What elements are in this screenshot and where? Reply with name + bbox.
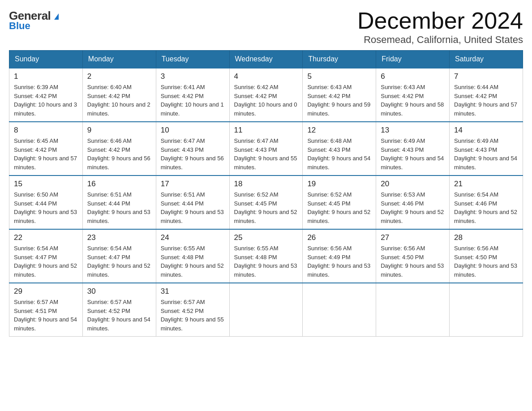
day-number: 16 [87,180,151,188]
day-number: 6 [381,72,445,81]
calendar-day-cell: 21Sunrise: 6:54 AMSunset: 4:46 PMDayligh… [450,176,523,229]
calendar-day-cell: 24Sunrise: 6:55 AMSunset: 4:48 PMDayligh… [156,229,229,283]
calendar-day-cell: 22Sunrise: 6:54 AMSunset: 4:47 PMDayligh… [9,229,83,283]
day-info: Sunrise: 6:53 AMSunset: 4:46 PMDaylight:… [381,190,445,225]
calendar-day-cell: 2Sunrise: 6:40 AMSunset: 4:42 PMDaylight… [82,68,156,122]
col-thursday: Thursday [303,51,376,68]
day-number: 25 [234,233,298,242]
calendar-day-cell: 4Sunrise: 6:42 AMSunset: 4:42 PMDaylight… [229,68,303,122]
calendar-day-cell: 13Sunrise: 6:49 AMSunset: 4:43 PMDayligh… [376,122,450,176]
logo: General Blue [9,9,59,32]
calendar-day-cell: 30Sunrise: 6:57 AMSunset: 4:52 PMDayligh… [82,283,156,337]
day-number: 28 [454,233,518,242]
calendar-day-cell: 31Sunrise: 6:57 AMSunset: 4:52 PMDayligh… [156,283,229,337]
day-number: 10 [161,126,225,135]
calendar-day-cell: 19Sunrise: 6:52 AMSunset: 4:45 PMDayligh… [303,176,376,229]
calendar-day-cell: 9Sunrise: 6:46 AMSunset: 4:42 PMDaylight… [82,122,156,176]
title-block: December 2024 Rosemead, California, Unit… [357,9,523,46]
day-info: Sunrise: 6:51 AMSunset: 4:44 PMDaylight:… [87,190,151,225]
day-number: 5 [307,72,371,81]
col-saturday: Saturday [450,51,523,68]
calendar-day-cell: 17Sunrise: 6:51 AMSunset: 4:44 PMDayligh… [156,176,229,229]
logo-blue-text: Blue [9,20,30,32]
calendar-day-cell: 28Sunrise: 6:56 AMSunset: 4:50 PMDayligh… [450,229,523,283]
calendar-week-row: 22Sunrise: 6:54 AMSunset: 4:47 PMDayligh… [9,229,523,283]
day-number: 21 [454,180,518,188]
day-info: Sunrise: 6:49 AMSunset: 4:43 PMDaylight:… [381,137,445,171]
day-info: Sunrise: 6:57 AMSunset: 4:51 PMDaylight:… [14,298,78,333]
calendar-day-cell: 25Sunrise: 6:55 AMSunset: 4:48 PMDayligh… [229,229,303,283]
day-number: 29 [14,287,78,296]
calendar-day-cell: 12Sunrise: 6:48 AMSunset: 4:43 PMDayligh… [303,122,376,176]
calendar-day-cell: 1Sunrise: 6:39 AMSunset: 4:42 PMDaylight… [9,68,83,122]
day-info: Sunrise: 6:51 AMSunset: 4:44 PMDaylight:… [161,190,225,225]
day-number: 23 [87,233,151,242]
day-info: Sunrise: 6:56 AMSunset: 4:49 PMDaylight:… [307,244,371,279]
col-tuesday: Tuesday [156,51,229,68]
day-number: 22 [14,233,78,242]
calendar-day-cell: 20Sunrise: 6:53 AMSunset: 4:46 PMDayligh… [376,176,450,229]
col-wednesday: Wednesday [229,51,303,68]
day-number: 9 [87,126,151,135]
day-number: 14 [454,126,518,135]
day-info: Sunrise: 6:54 AMSunset: 4:46 PMDaylight:… [454,190,518,225]
empty-cell [303,283,376,337]
day-number: 27 [381,233,445,242]
col-sunday: Sunday [9,51,83,68]
calendar-week-row: 8Sunrise: 6:45 AMSunset: 4:42 PMDaylight… [9,122,523,176]
day-number: 30 [87,287,151,296]
day-info: Sunrise: 6:42 AMSunset: 4:42 PMDaylight:… [234,83,298,118]
day-info: Sunrise: 6:43 AMSunset: 4:42 PMDaylight:… [381,83,445,118]
day-number: 15 [14,180,78,188]
day-number: 3 [161,72,225,81]
calendar-day-cell: 11Sunrise: 6:47 AMSunset: 4:43 PMDayligh… [229,122,303,176]
calendar-day-cell: 3Sunrise: 6:41 AMSunset: 4:42 PMDaylight… [156,68,229,122]
calendar-day-cell: 14Sunrise: 6:49 AMSunset: 4:43 PMDayligh… [450,122,523,176]
calendar-day-cell: 16Sunrise: 6:51 AMSunset: 4:44 PMDayligh… [82,176,156,229]
day-number: 13 [381,126,445,135]
day-info: Sunrise: 6:43 AMSunset: 4:42 PMDaylight:… [307,83,371,118]
calendar-day-cell: 23Sunrise: 6:54 AMSunset: 4:47 PMDayligh… [82,229,156,283]
day-info: Sunrise: 6:50 AMSunset: 4:44 PMDaylight:… [14,190,78,225]
calendar-day-cell: 15Sunrise: 6:50 AMSunset: 4:44 PMDayligh… [9,176,83,229]
day-info: Sunrise: 6:57 AMSunset: 4:52 PMDaylight:… [87,298,151,333]
day-info: Sunrise: 6:44 AMSunset: 4:42 PMDaylight:… [454,83,518,118]
day-number: 2 [87,72,151,81]
day-info: Sunrise: 6:47 AMSunset: 4:43 PMDaylight:… [161,137,225,171]
day-info: Sunrise: 6:55 AMSunset: 4:48 PMDaylight:… [234,244,298,279]
day-number: 4 [234,72,298,81]
calendar-day-cell: 26Sunrise: 6:56 AMSunset: 4:49 PMDayligh… [303,229,376,283]
day-info: Sunrise: 6:41 AMSunset: 4:42 PMDaylight:… [161,83,225,118]
day-info: Sunrise: 6:52 AMSunset: 4:45 PMDaylight:… [234,190,298,225]
calendar-day-cell: 7Sunrise: 6:44 AMSunset: 4:42 PMDaylight… [450,68,523,122]
day-number: 26 [307,233,371,242]
day-number: 20 [381,180,445,188]
day-info: Sunrise: 6:54 AMSunset: 4:47 PMDaylight:… [14,244,78,279]
day-number: 8 [14,126,78,135]
day-number: 24 [161,233,225,242]
calendar-day-cell: 10Sunrise: 6:47 AMSunset: 4:43 PMDayligh… [156,122,229,176]
col-friday: Friday [376,51,450,68]
empty-cell [229,283,303,337]
calendar-day-cell: 18Sunrise: 6:52 AMSunset: 4:45 PMDayligh… [229,176,303,229]
day-info: Sunrise: 6:46 AMSunset: 4:42 PMDaylight:… [87,137,151,171]
calendar-week-row: 29Sunrise: 6:57 AMSunset: 4:51 PMDayligh… [9,283,523,337]
day-number: 18 [234,180,298,188]
page-header: General Blue December 2024 Rosemead, Cal… [9,9,523,46]
col-monday: Monday [82,51,156,68]
day-number: 12 [307,126,371,135]
calendar-day-cell: 29Sunrise: 6:57 AMSunset: 4:51 PMDayligh… [9,283,83,337]
empty-cell [450,283,523,337]
calendar-day-cell: 5Sunrise: 6:43 AMSunset: 4:42 PMDaylight… [303,68,376,122]
day-info: Sunrise: 6:48 AMSunset: 4:43 PMDaylight:… [307,137,371,171]
day-info: Sunrise: 6:52 AMSunset: 4:45 PMDaylight:… [307,190,371,225]
day-info: Sunrise: 6:56 AMSunset: 4:50 PMDaylight:… [381,244,445,279]
day-info: Sunrise: 6:54 AMSunset: 4:47 PMDaylight:… [87,244,151,279]
day-info: Sunrise: 6:47 AMSunset: 4:43 PMDaylight:… [234,137,298,171]
day-info: Sunrise: 6:45 AMSunset: 4:42 PMDaylight:… [14,137,78,171]
month-year-title: December 2024 [357,9,523,32]
calendar-header-row: Sunday Monday Tuesday Wednesday Thursday… [9,51,523,68]
location-subtitle: Rosemead, California, United States [357,34,523,46]
calendar-table: Sunday Monday Tuesday Wednesday Thursday… [9,50,523,337]
day-info: Sunrise: 6:39 AMSunset: 4:42 PMDaylight:… [14,83,78,118]
